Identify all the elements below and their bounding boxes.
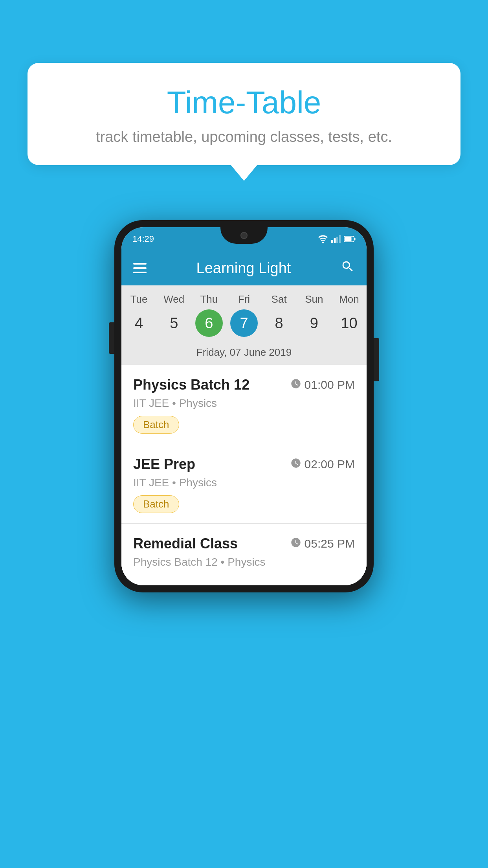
day-sat: Sat (262, 293, 297, 305)
date-4[interactable]: 4 (121, 309, 156, 337)
svg-rect-2 (334, 238, 336, 243)
batch-tag-1: Batch (133, 416, 179, 434)
tooltip-title: Time-Table (51, 85, 437, 121)
calendar-strip: Tue Wed Thu Fri Sat Sun Mon 4 5 6 7 8 9 … (121, 285, 367, 365)
tooltip-card: Time-Table track timetable, upcoming cla… (28, 63, 460, 165)
phone-outer: 14:29 (114, 220, 374, 592)
day-sun: Sun (297, 293, 332, 305)
date-6-today[interactable]: 6 (195, 309, 223, 337)
svg-rect-3 (336, 237, 338, 243)
status-icons (318, 235, 356, 243)
schedule-item-2-header: JEE Prep 02:00 PM (133, 456, 355, 473)
schedule-item-3-header: Remedial Class 05:25 PM (133, 535, 355, 552)
date-8[interactable]: 8 (262, 309, 297, 337)
selected-date-label: Friday, 07 June 2019 (121, 342, 367, 365)
battery-icon (344, 235, 356, 243)
dates-row: 4 5 6 7 8 9 10 (121, 309, 367, 342)
schedule-item-3-time: 05:25 PM (290, 537, 355, 551)
schedule-item-3-sub: Physics Batch 12 • Physics (133, 556, 355, 568)
clock-icon-3 (290, 537, 301, 551)
schedule-item-1-header: Physics Batch 12 01:00 PM (133, 377, 355, 393)
svg-point-0 (322, 242, 324, 243)
batch-tag-2: Batch (133, 495, 179, 513)
status-bar: 14:29 (121, 227, 367, 251)
date-10[interactable]: 10 (332, 309, 367, 337)
day-fri: Fri (226, 293, 261, 305)
schedule-item-3-title: Remedial Class (133, 535, 238, 552)
schedule-item-3[interactable]: Remedial Class 05:25 PM Physics Batch 12… (121, 524, 367, 585)
days-row: Tue Wed Thu Fri Sat Sun Mon (121, 293, 367, 309)
schedule-item-1-sub: IIT JEE • Physics (133, 397, 355, 410)
day-tue: Tue (121, 293, 156, 305)
notch-cutout (220, 227, 268, 244)
status-time: 14:29 (132, 234, 154, 244)
camera (240, 232, 248, 239)
signal-icon (331, 235, 341, 243)
svg-rect-4 (339, 235, 341, 243)
schedule-item-2-sub: IIT JEE • Physics (133, 476, 355, 489)
schedule-item-1-time: 01:00 PM (290, 378, 355, 392)
svg-rect-7 (354, 238, 356, 241)
phone-screen: 14:29 (121, 227, 367, 585)
wifi-icon (318, 235, 328, 243)
tooltip-subtitle: track timetable, upcoming classes, tests… (51, 129, 437, 145)
schedule-list: Physics Batch 12 01:00 PM IIT JEE • Phys… (121, 365, 367, 585)
app-bar: Learning Light (121, 251, 367, 285)
schedule-item-1-title: Physics Batch 12 (133, 377, 250, 393)
search-button[interactable] (341, 259, 355, 277)
date-9[interactable]: 9 (297, 309, 332, 337)
svg-rect-1 (331, 240, 333, 243)
clock-icon-2 (290, 458, 301, 471)
day-thu: Thu (191, 293, 226, 305)
schedule-item-2-time: 02:00 PM (290, 458, 355, 471)
day-mon: Mon (332, 293, 367, 305)
schedule-item-2-title: JEE Prep (133, 456, 195, 473)
hamburger-menu-icon[interactable] (133, 263, 147, 273)
day-wed: Wed (156, 293, 191, 305)
schedule-item-1[interactable]: Physics Batch 12 01:00 PM IIT JEE • Phys… (121, 365, 367, 444)
app-bar-title: Learning Light (196, 260, 291, 277)
phone-mockup: 14:29 (114, 220, 374, 592)
date-7-selected[interactable]: 7 (230, 309, 258, 337)
date-5[interactable]: 5 (156, 309, 191, 337)
schedule-item-2[interactable]: JEE Prep 02:00 PM IIT JEE • Physics Batc… (121, 444, 367, 524)
clock-icon-1 (290, 378, 301, 392)
svg-rect-6 (345, 237, 352, 241)
